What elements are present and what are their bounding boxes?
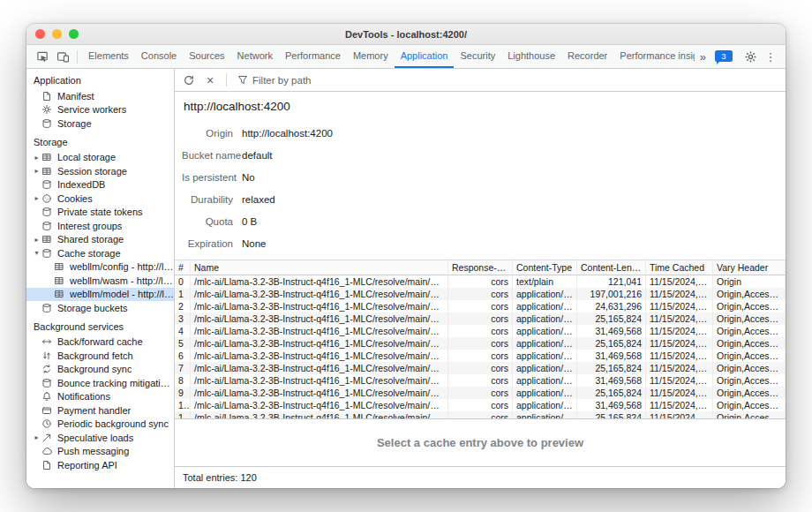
sidebar-item-interest-groups[interactable]: Interest groups (26, 219, 174, 233)
sidebar-item-notifications[interactable]: Notifications (26, 390, 174, 404)
sidebar-item-webllm-wasm-http-loca[interactable]: webllm/wasm - http://loca… (26, 274, 174, 288)
table-row[interactable]: 3/mlc-ai/Llama-3.2-3B-Instruct-q4f16_1-M… (175, 312, 786, 325)
table-row[interactable]: 1/mlc-ai/Llama-3.2-3B-Instruct-q4f16_1-M… (175, 288, 786, 300)
delete-selected-icon[interactable]: × (201, 72, 219, 89)
refresh-icon[interactable] (180, 72, 198, 89)
column-header-name[interactable]: Name (191, 260, 448, 275)
sidebar-item-cookies[interactable]: ▸Cookies (26, 192, 174, 206)
sidebar-item-label: webllm/wasm - http://loca… (70, 275, 174, 286)
meta-label: Durability (182, 194, 233, 205)
tab-recorder[interactable]: Recorder (561, 45, 613, 68)
column-header-content-type[interactable]: Content-Type (513, 260, 577, 275)
sidebar-item-storage-buckets[interactable]: Storage buckets (26, 301, 174, 315)
cell-time-cached: 11/15/2024, 10… (646, 362, 713, 374)
kebab-menu-icon[interactable]: ⋮ (761, 47, 780, 66)
sidebar-item-private-state-tokens[interactable]: Private state tokens (26, 206, 174, 220)
close-window-button[interactable] (35, 29, 45, 39)
settings-gear-icon[interactable] (741, 47, 760, 66)
table-row[interactable]: 11/mlc-ai/Llama-3.2-3B-Instruct-q4f16_1-… (175, 411, 786, 419)
tab-lighthouse[interactable]: Lighthouse (501, 45, 561, 68)
sidebar-item-background-sync[interactable]: Background sync (26, 363, 174, 377)
more-tabs-button[interactable]: » (695, 50, 710, 64)
table-row[interactable]: 4/mlc-ai/Llama-3.2-3B-Instruct-q4f16_1-M… (175, 325, 786, 337)
chevron-right-icon[interactable]: ▸ (32, 194, 41, 202)
sidebar-item-service-workers[interactable]: Service workers (26, 103, 174, 117)
cache-meta-row-is-persistent: Is persistentNo (182, 166, 786, 188)
sidebar-item-label: Background sync (57, 364, 132, 374)
tab-elements[interactable]: Elements (82, 45, 135, 68)
cell-: 7 (175, 362, 191, 374)
sidebar-item-cache-storage[interactable]: ▾Cache storage (26, 246, 174, 260)
cache-storage-panel: × Filter by path http://localhost:4200 O… (175, 69, 786, 488)
zoom-window-button[interactable] (69, 29, 79, 39)
table-row[interactable]: 0/mlc-ai/Llama-3.2-3B-Instruct-q4f16_1-M… (175, 275, 786, 288)
chevron-down-icon[interactable]: ▾ (32, 249, 41, 257)
tab-network[interactable]: Network (231, 45, 279, 68)
sidebar-item-webllm-model-http-loc[interactable]: webllm/model - http://loc… (26, 288, 174, 302)
cell-content-type: application/oc… (513, 374, 577, 387)
tab-label: Elements (88, 50, 129, 61)
column-header-response-type[interactable]: Response-Type (448, 260, 513, 275)
sidebar-item-storage[interactable]: Storage (26, 117, 174, 131)
sidebar-item-payment-handler[interactable]: Payment handler (26, 403, 174, 418)
sidebar-item-session-storage[interactable]: ▸Session storage (26, 164, 174, 178)
tab-application[interactable]: Application (395, 45, 455, 68)
table-row[interactable]: 5/mlc-ai/Llama-3.2-3B-Instruct-q4f16_1-M… (175, 337, 786, 350)
sidebar-item-label: Storage (57, 118, 92, 129)
table-row[interactable]: 10/mlc-ai/Llama-3.2-3B-Instruct-q4f16_1-… (175, 399, 786, 411)
table-row[interactable]: 2/mlc-ai/Llama-3.2-3B-Instruct-q4f16_1-M… (175, 300, 786, 312)
tab-security[interactable]: Security (454, 45, 501, 68)
table-row[interactable]: 8/mlc-ai/Llama-3.2-3B-Instruct-q4f16_1-M… (175, 374, 786, 387)
sidebar-item-push-messaging[interactable]: Push messaging (26, 445, 174, 459)
cache-content: http://localhost:4200 Originhttp://local… (175, 92, 786, 466)
total-entries-label: Total entries: 120 (183, 472, 257, 483)
table-row[interactable]: 6/mlc-ai/Llama-3.2-3B-Instruct-q4f16_1-M… (175, 350, 786, 362)
sidebar-item-local-storage[interactable]: ▸Local storage (26, 151, 174, 165)
table-icon (41, 234, 53, 245)
column-header-content-length[interactable]: Content-Length (577, 260, 646, 275)
cell-vary-header: Origin,Access… (713, 399, 786, 411)
minimize-window-button[interactable] (52, 29, 62, 39)
chevron-right-icon[interactable]: ▸ (32, 154, 41, 162)
sidebar-item-label: Local storage (57, 152, 116, 162)
tab-console[interactable]: Console (135, 45, 183, 68)
meta-value: default (242, 150, 786, 161)
tab-performance-insights[interactable]: Performance insights (613, 45, 694, 68)
chevron-right-icon[interactable]: ▸ (32, 167, 41, 175)
tab-sources[interactable]: Sources (183, 45, 230, 68)
column-header-[interactable]: # (175, 260, 191, 275)
sidebar-item-shared-storage[interactable]: ▸Shared storage (26, 233, 174, 247)
sidebar-item-webllm-config-http-loc[interactable]: webllm/config - http://loc… (26, 260, 174, 275)
cookie-icon (41, 193, 53, 204)
sidebar-item-manifest[interactable]: Manifest (26, 89, 174, 103)
cell-response-type: cors (448, 312, 513, 325)
sidebar-item-indexeddb[interactable]: IndexedDB (26, 178, 174, 192)
cell-: 8 (175, 374, 191, 387)
cell-vary-header: Origin,Access… (713, 350, 786, 362)
window-titlebar[interactable]: DevTools - localhost:4200/ (26, 24, 786, 45)
tab-memory[interactable]: Memory (347, 45, 395, 68)
table-row[interactable]: 7/mlc-ai/Llama-3.2-3B-Instruct-q4f16_1-M… (175, 362, 786, 374)
table-row[interactable]: 9/mlc-ai/Llama-3.2-3B-Instruct-q4f16_1-M… (175, 387, 786, 399)
sidebar-item-bounce-tracking-mitigations[interactable]: Bounce tracking mitigations (26, 376, 174, 390)
cell-vary-header: Origin,Access… (713, 337, 786, 350)
device-toolbar-icon[interactable] (53, 47, 72, 66)
cell-vary-header: Origin,Access… (713, 312, 786, 325)
sidebar-item-back-forward-cache[interactable]: Back/forward cache (26, 335, 174, 350)
column-header-time-cached[interactable]: Time Cached (646, 260, 713, 275)
chevron-right-icon[interactable]: ▸ (32, 236, 41, 244)
inspect-element-icon[interactable] (33, 47, 52, 66)
console-messages-badge[interactable]: 3 (715, 50, 733, 62)
sidebar-item-speculative-loads[interactable]: ▸Speculative loads (26, 431, 174, 445)
sidebar-item-reporting-api[interactable]: Reporting API (26, 458, 174, 472)
cell-: 4 (175, 325, 191, 337)
tab-performance[interactable]: Performance (279, 45, 347, 68)
cell-vary-header: Origin,Access… (713, 300, 786, 312)
filter-by-path-input[interactable]: Filter by path (234, 75, 314, 86)
sidebar-item-background-fetch[interactable]: Background fetch (26, 349, 174, 363)
tab-label: Performance insights (620, 50, 694, 61)
column-header-vary-header[interactable]: Vary Header (713, 260, 786, 275)
sidebar-item-periodic-background-sync[interactable]: Periodic background sync (26, 418, 174, 432)
devtools-tabbar: ElementsConsoleSourcesNetworkPerformance… (26, 45, 786, 69)
chevron-right-icon[interactable]: ▸ (32, 433, 41, 441)
